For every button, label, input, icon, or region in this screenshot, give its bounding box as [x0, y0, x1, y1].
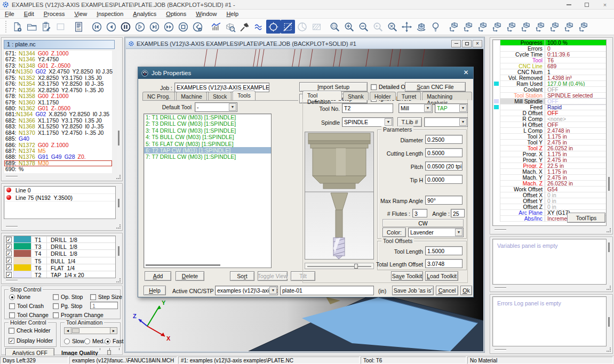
status-row[interactable]: R Comp<none> [493, 116, 606, 122]
status-row[interactable]: Tool Z26.0252 in [493, 145, 606, 151]
child-restore-button[interactable] [462, 40, 472, 47]
status-row[interactable]: Work OffsetG54 [493, 187, 606, 192]
checkbox-op-stop[interactable]: Op. Stop [53, 294, 83, 300]
add-button[interactable]: Add [145, 271, 171, 281]
status-row[interactable]: D OffsetOFF [493, 110, 606, 116]
backplot-window-titlebar[interactable]: EXAMPLES (V12)\3-AXIS EXAMPLES\PLATE\PLA… [126, 38, 483, 49]
zoom-window-icon[interactable] [328, 20, 342, 34]
step-size-input[interactable]: 1 [90, 302, 118, 309]
analytics-chart-icon[interactable] [209, 20, 223, 34]
animation-speed-scrollbar[interactable]: ◂ ▸ [64, 327, 117, 334]
tool-row-t5[interactable]: T5 BULL 1/4 [4, 257, 115, 264]
image-quality-slider[interactable] [99, 347, 121, 355]
restore-button[interactable] [578, 0, 596, 10]
highlight-icon[interactable] [428, 20, 443, 34]
view-right-icon[interactable] [533, 20, 547, 34]
checkbox-tool-change[interactable]: Tool Change [9, 312, 49, 318]
tab-machine[interactable]: Machine [176, 92, 207, 100]
tab-tools[interactable]: Tools [233, 91, 256, 100]
status-row[interactable]: FeedRapid [493, 104, 606, 110]
status-row[interactable]: Ram Used127.0 M (0.4%) [493, 81, 606, 87]
status-row[interactable]: L Comp2.4748 in [493, 128, 606, 134]
step-forward-icon[interactable] [147, 20, 162, 34]
status-row[interactable]: Progr. Y2.475 in [493, 157, 606, 163]
status-row[interactable]: Offset Z0 in [493, 204, 606, 210]
pitch-input[interactable]: 0.0500 (20 tpi [425, 161, 463, 171]
tool-row-t6[interactable]: T6 FLAT 1/4 [4, 264, 115, 271]
job-tool-item[interactable]: 1: T1 DRILL CW (M03) [1:SPINDLE] [144, 114, 271, 120]
gcode-panel-header[interactable]: 1 : plate.nc [4, 40, 115, 49]
status-row[interactable]: Tool X1.175 in [493, 134, 606, 140]
tool-visible-checkbox[interactable] [6, 257, 12, 263]
job-tool-item[interactable]: 2: T3 DRILL CW (M03) [1:SPINDLE] [144, 120, 271, 127]
radio-none[interactable]: None [9, 294, 30, 300]
status-row[interactable]: H OffsetOFF [493, 122, 606, 128]
play-to-end-icon[interactable] [162, 20, 176, 34]
status-row[interactable]: Mach. Z26.0252 in [493, 181, 606, 187]
toolbar-drag-handle[interactable] [5, 21, 7, 33]
status-row[interactable]: Tool Y2.475 in [493, 140, 606, 145]
color-button[interactable]: Color: [382, 228, 406, 237]
radio-med[interactable]: Med. [84, 338, 105, 344]
job-tool-item[interactable]: 4: T5 BULL CW (M03) [1:SPINDLE] [144, 134, 271, 140]
view-iso-3-icon[interactable] [475, 20, 490, 34]
status-table[interactable]: Progress100.0 %Errors0Cycle Time0:11:39.… [492, 39, 607, 226]
panel-resize[interactable] [116, 278, 121, 282]
play-icon[interactable] [133, 20, 147, 34]
ok-button[interactable]: Ok [460, 286, 472, 295]
gcode-line[interactable]: 676:N1354X3.1750Y2.8250I0 J-.35 [4, 81, 112, 87]
open-job-icon[interactable] [25, 20, 39, 34]
panel-grip[interactable] [6, 226, 18, 228]
breakpoint-item[interactable]: Line 0 [4, 187, 115, 194]
radio-slow[interactable]: Slow [64, 338, 84, 344]
restart-verify-icon[interactable] [190, 20, 205, 34]
cutting-length-input[interactable]: 0.5000 [425, 148, 463, 157]
checkbox-display-holder[interactable]: Display Holder [9, 337, 53, 344]
tool-no-input[interactable]: T2 [342, 103, 393, 113]
status-row[interactable]: Progress100.0 % [493, 40, 606, 46]
save-job-as-is-button[interactable]: Save Job 'as is' [392, 286, 434, 295]
tool-visible-checkbox[interactable] [6, 264, 12, 270]
menu-file[interactable]: File [0, 11, 19, 17]
color-combo[interactable]: Lavender▼ [408, 228, 464, 237]
status-scrollbar[interactable] [608, 41, 610, 224]
status-row[interactable]: Mach. Y2.475 in [493, 175, 606, 181]
job-tool-item[interactable]: 3: T4 DRILL CW (M03) [1:SPINDLE] [144, 127, 271, 134]
gcode-line[interactable]: 678:N1358G00Z.1000 [4, 93, 112, 99]
menu-window[interactable]: Window [191, 11, 221, 17]
view-iso-1-icon[interactable] [446, 20, 461, 34]
status-row[interactable]: Tool StationSPINDLE selected [493, 93, 606, 99]
tool-length-input[interactable]: 1.5000 [425, 246, 463, 255]
tool-visible-checkbox[interactable] [6, 250, 12, 256]
breakpoint-item[interactable]: Line 75 (N192 Y.3500) [4, 194, 115, 201]
panel-resize[interactable] [607, 228, 611, 232]
gcode-list[interactable]: 671:N1344G00Z.1000672:N1346Y2.4750673:N1… [4, 51, 112, 173]
panel-grip[interactable] [495, 229, 506, 231]
status-row[interactable]: Mill SpindleOFF [493, 99, 606, 104]
go-to-start-icon[interactable] [90, 20, 104, 34]
dialog-titlebar[interactable]: Job Properties ✕ [138, 67, 473, 79]
pie-sector-icon[interactable] [295, 20, 309, 34]
panel-grip[interactable] [495, 349, 506, 351]
errors-scrollbar[interactable] [608, 298, 610, 345]
tool-visible-checkbox[interactable] [6, 244, 12, 249]
section-off-icon[interactable] [281, 20, 295, 34]
status-row[interactable]: Offset Y0 in [493, 198, 606, 204]
variables-content[interactable]: Variables panel is empty [492, 239, 607, 285]
pan-icon[interactable] [400, 20, 414, 34]
max-ramp-input[interactable]: 90° [425, 196, 463, 205]
status-row[interactable]: Vol. Removed1.4398 in³ [493, 75, 606, 81]
tool-row-t1[interactable]: T1 DRILL 1/8 [4, 236, 115, 243]
circle-select-icon[interactable] [266, 20, 281, 34]
checkbox-pg-stop[interactable]: Pg. Stop [53, 303, 82, 309]
stop-icon[interactable] [176, 20, 190, 34]
status-row[interactable]: Cycle Time0:11:39.6 [493, 52, 606, 58]
menu-view[interactable]: View [69, 11, 92, 17]
breakpoints-scrollbar[interactable] [117, 187, 120, 218]
help-button[interactable]: Help [143, 286, 166, 295]
panel-resize[interactable] [607, 286, 611, 290]
spindle-combo[interactable]: SPINDLE▼ [342, 117, 393, 127]
tool-row-t2[interactable]: T2 TAP 1/4 x 20 [4, 271, 115, 278]
tooltips-button[interactable]: ToolTips [567, 213, 605, 223]
scroll-right-arrow[interactable]: ▸ [110, 328, 117, 334]
